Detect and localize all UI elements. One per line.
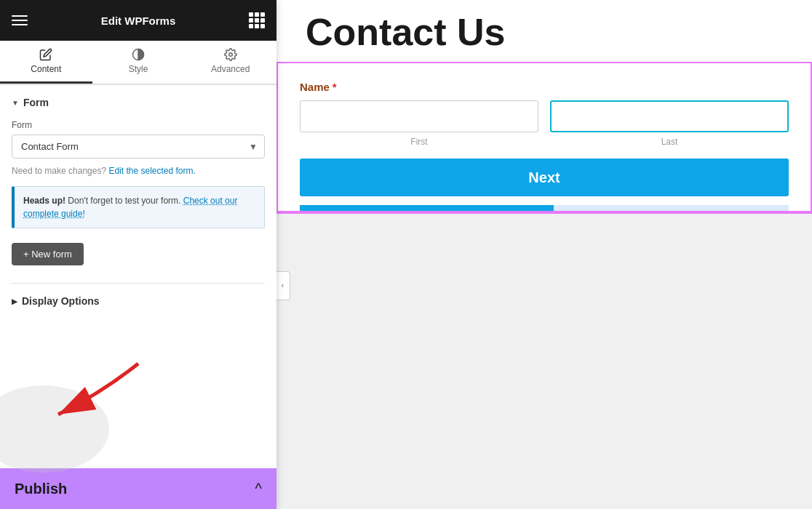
edit-form-link[interactable]: Edit the selected form. [108, 166, 195, 176]
form-field-label: Form [12, 120, 265, 130]
form-select-wrapper: Contact Form ▼ [12, 135, 265, 159]
last-name-input[interactable] [550, 100, 789, 132]
publish-label: Publish [15, 481, 67, 497]
edit-link-text: Need to make changes? Edit the selected … [12, 166, 265, 176]
form-preview-outer: ‹ Name * First Last [276, 62, 812, 212]
display-options-header[interactable]: ▶ Display Options [12, 295, 265, 307]
page-title: Contact Us [306, 12, 783, 62]
required-star: * [333, 81, 337, 93]
collapse-arrow-icon: ‹ [282, 281, 284, 289]
name-field-label: Name * [300, 81, 789, 93]
first-name-group: First [300, 100, 538, 147]
right-panel: Contact Us ‹ Name * First [276, 0, 812, 509]
progress-bar-track [300, 205, 789, 211]
top-bar: Edit WPForms [0, 0, 276, 41]
publish-chevron-icon: ^ [255, 481, 262, 497]
collapse-panel-tab[interactable]: ‹ [276, 271, 290, 300]
form-section-header[interactable]: ▼ Form [12, 97, 265, 108]
contact-us-area: Contact Us [276, 0, 812, 62]
tab-content-label: Content [31, 64, 61, 74]
half-circle-icon [132, 48, 145, 61]
info-box: Heads up! Don't forget to test your form… [12, 186, 265, 228]
tab-content[interactable]: Content [0, 41, 92, 84]
section-arrow-icon: ▼ [12, 99, 19, 107]
display-options-title: Display Options [22, 295, 100, 307]
name-section: Name * First Last [300, 81, 789, 147]
progress-bar-fill [300, 205, 554, 211]
form-preview-wrapper: ‹ Name * First Last [276, 62, 812, 509]
name-fields-row: First Last [300, 100, 789, 147]
new-form-button[interactable]: + New form [12, 243, 84, 265]
first-name-input[interactable] [300, 100, 538, 132]
display-options-arrow-icon: ▶ [12, 297, 17, 305]
info-heading: Heads up! [23, 196, 65, 206]
next-button[interactable]: Next [300, 159, 789, 196]
hamburger-icon[interactable] [12, 15, 28, 25]
gear-icon [224, 48, 237, 61]
tabs-bar: Content Style Advanced [0, 41, 276, 85]
panel-content: ▼ Form Form Contact Form ▼ Need to make … [0, 85, 276, 468]
last-name-group: Last [550, 100, 789, 147]
last-name-sublabel: Last [550, 137, 789, 147]
topbar-title: Edit WPForms [101, 15, 176, 27]
left-panel: Edit WPForms Content Style [0, 0, 276, 509]
name-label-text: Name [300, 81, 330, 93]
form-section-title: Form [23, 97, 49, 108]
edit-prefix: Need to make changes? [12, 166, 106, 176]
publish-bar[interactable]: Publish ^ [0, 468, 276, 509]
first-name-sublabel: First [300, 137, 538, 147]
tab-advanced[interactable]: Advanced [184, 41, 276, 84]
form-select[interactable]: Contact Form [12, 135, 265, 159]
grid-icon[interactable] [249, 12, 265, 28]
info-body: Don't forget to test your form. [68, 196, 180, 206]
tab-advanced-label: Advanced [211, 64, 250, 74]
divider [12, 283, 265, 284]
tab-style-label: Style [129, 64, 148, 74]
form-bottom-border [276, 212, 812, 214]
pencil-icon [39, 48, 52, 61]
svg-point-1 [228, 53, 232, 57]
progress-area [300, 205, 789, 211]
tab-style[interactable]: Style [92, 41, 185, 84]
